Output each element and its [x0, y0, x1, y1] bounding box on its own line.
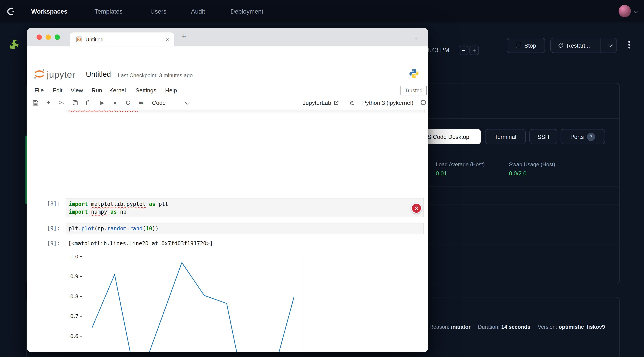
address-bar: ← → 5555--main--test--matifali.atif.cdr.…: [27, 46, 428, 64]
menu-settings[interactable]: Settings: [136, 85, 156, 96]
menu-kernel[interactable]: Kernel: [109, 85, 126, 96]
zoom-in-button[interactable]: +: [470, 46, 479, 55]
tab-strip: Untitled × +: [27, 28, 428, 46]
tab-title: Untitled: [86, 36, 166, 42]
cut-cell-icon[interactable]: ✂: [57, 96, 66, 110]
load-average-label: Load Average (Host): [436, 161, 485, 168]
nav-item-workspaces[interactable]: Workspaces: [31, 0, 68, 23]
cell-type-select[interactable]: Code: [152, 98, 192, 107]
nav-item-users[interactable]: Users: [150, 0, 166, 23]
zoom-out-button[interactable]: −: [459, 46, 468, 55]
svg-text:0.8: 0.8: [70, 294, 78, 299]
user-avatar[interactable]: [619, 5, 631, 17]
notebook-content: [8]: import matplotlib.pyplot as plt imp…: [27, 110, 428, 352]
top-navbar: Workspaces Templates Users Audit Deploym…: [0, 0, 644, 23]
cell2-prompt: [9]:: [36, 225, 60, 231]
terminal-label: Terminal: [494, 133, 516, 140]
cell2-input[interactable]: plt.plot(np.random.rand(10)): [66, 222, 424, 234]
restart-kernel-icon[interactable]: [123, 96, 133, 110]
menu-file[interactable]: File: [34, 85, 44, 96]
figure-svg: 0.20.30.40.50.60.70.80.91.002468: [66, 252, 312, 352]
external-link-icon: [334, 100, 339, 105]
svg-text:0.9: 0.9: [70, 274, 78, 279]
checkpoint-status: Last Checkpoint: 3 minutes ago: [118, 72, 193, 78]
debugger-bug-icon[interactable]: [347, 96, 356, 110]
python-logo-icon: [408, 68, 419, 80]
load-average-value: 0.01: [436, 170, 447, 177]
code-line: import numpy as np: [68, 208, 424, 216]
browser-tab[interactable]: Untitled ×: [70, 32, 174, 46]
ssh-button[interactable]: SSH: [530, 129, 558, 144]
button-divider: [600, 38, 600, 53]
close-window-button[interactable]: [36, 34, 42, 40]
trusted-button[interactable]: Trusted: [400, 86, 427, 95]
jupyter-toolbar: + ✂ ▶ ■ ▶▶ Code JupyterLab: [27, 96, 428, 110]
menu-help[interactable]: Help: [165, 85, 177, 96]
nav-item-audit[interactable]: Audit: [191, 0, 205, 23]
vscode-desktop-label: VS Code Desktop: [424, 133, 469, 140]
output-text: [<matplotlib.lines.Line2D at 0x7fd03f191…: [68, 240, 213, 246]
menu-view[interactable]: View: [70, 85, 83, 96]
puzzle-extension-icon[interactable]: [8, 38, 20, 50]
swap-usage-value: 0.0/2.0: [509, 170, 526, 177]
add-cell-icon[interactable]: +: [44, 96, 54, 110]
cell1-input[interactable]: import matplotlib.pyplot as plt import n…: [66, 198, 424, 218]
maximize-window-button[interactable]: [54, 34, 60, 40]
jupyter-wordmark: jupyter: [47, 70, 75, 80]
swap-usage-label: Swap Usage (Host): [509, 161, 555, 168]
ports-button[interactable]: Ports 7: [560, 129, 605, 144]
ports-count-badge: 7: [587, 132, 595, 141]
terminal-button[interactable]: Terminal: [485, 129, 526, 144]
version-pair: Version:optimistic_liskov9: [538, 324, 605, 330]
stop-label: Stop: [524, 42, 536, 49]
chevron-down-icon[interactable]: [634, 9, 638, 13]
jupyter-menubar: File Edit View Run Kernel Settings Help …: [27, 85, 428, 96]
ssh-label: SSH: [538, 133, 549, 140]
stop-workspace-button[interactable]: Stop: [507, 38, 545, 53]
nav-item-deployment[interactable]: Deployment: [230, 0, 263, 23]
svg-text:1.0: 1.0: [70, 254, 78, 260]
restart-options-button[interactable]: [604, 38, 616, 53]
cell1-prompt: [8]:: [36, 200, 60, 207]
open-jupyterlab-link[interactable]: JupyterLab: [303, 96, 339, 110]
save-icon[interactable]: [30, 96, 40, 110]
interrupt-kernel-icon[interactable]: ■: [110, 96, 120, 110]
coder-logo-icon[interactable]: [4, 5, 16, 18]
svg-text:0.7: 0.7: [70, 314, 78, 319]
restart-button[interactable]: Restart...: [551, 38, 597, 53]
menu-edit[interactable]: Edit: [52, 85, 62, 96]
run-cell-icon[interactable]: ▶: [97, 96, 107, 110]
output-prompt: [9]:: [36, 240, 60, 246]
kernel-name[interactable]: Python 3 (ipykernel): [362, 96, 414, 110]
restart-icon: [558, 42, 564, 48]
clipped-cell-sliver: [66, 110, 424, 112]
browser-window: Untitled × + ← → 5555--main--test--matif…: [27, 28, 428, 352]
minimize-window-button[interactable]: [46, 34, 51, 40]
paste-cell-icon[interactable]: [84, 96, 93, 110]
reason-pair: Reason:initiator: [430, 324, 471, 330]
tab-favicon: [76, 36, 82, 43]
tab-close-icon[interactable]: ×: [166, 36, 169, 43]
restart-split-button: Restart...: [550, 38, 617, 53]
jupyter-header: jupyter Untitled Last Checkpoint: 3 minu…: [27, 64, 428, 85]
copy-cell-icon[interactable]: [70, 96, 80, 110]
nav-item-templates[interactable]: Templates: [94, 0, 122, 23]
code-line: import matplotlib.pyplot as plt: [68, 200, 424, 208]
restart-run-all-icon[interactable]: ▶▶: [136, 96, 146, 110]
chevron-down-icon: [185, 100, 190, 104]
build-meta-line: Reason:initiator Duration:14 seconds Ver…: [430, 324, 605, 330]
workspace-menu-kebab[interactable]: [628, 41, 630, 48]
jupyterlab-label: JupyterLab: [303, 100, 331, 106]
screen: Workspaces Templates Users Audit Deploym…: [0, 0, 644, 357]
new-tab-button[interactable]: +: [182, 32, 186, 41]
notebook-title[interactable]: Untitled: [86, 70, 111, 79]
kernel-status-indicator: [420, 100, 426, 105]
stop-square-icon: [516, 43, 521, 48]
svg-text:0.6: 0.6: [70, 334, 78, 339]
collaborators-badge: 3: [411, 203, 422, 214]
menu-run[interactable]: Run: [92, 85, 102, 96]
tab-search-chevron-icon[interactable]: [414, 35, 419, 40]
code-line: plt.plot(np.random.rand(10)): [68, 225, 424, 232]
jupyter-logo-icon: [34, 68, 45, 81]
ports-label: Ports: [570, 133, 584, 140]
